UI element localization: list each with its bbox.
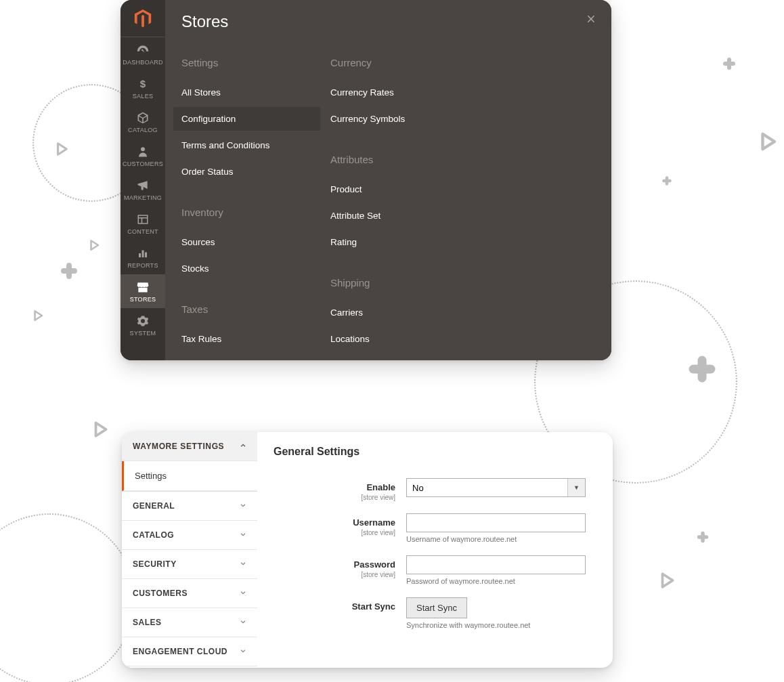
nav-item-sales[interactable]: $ SALES — [121, 71, 165, 105]
nav-item-customers[interactable]: CUSTOMERS — [121, 139, 165, 173]
svg-rect-6 — [142, 251, 144, 258]
nav-item-label: STORES — [130, 296, 156, 303]
nav-item-label: CATALOG — [128, 127, 158, 133]
flyout-title: Stores — [181, 12, 595, 31]
nav-item-label: SYSTEM — [130, 330, 156, 337]
flyout-link[interactable]: Carriers — [322, 301, 469, 324]
chevron-down-icon — [240, 647, 246, 656]
config-section[interactable]: CATALOG — [122, 521, 257, 550]
flyout-group-title: Currency — [330, 57, 466, 68]
plus-icon — [695, 530, 710, 545]
nav-item-marketing[interactable]: MARKETING — [121, 173, 165, 207]
form-row-sync: Start Sync Start Sync Synchronize with w… — [274, 597, 594, 629]
play-icon — [91, 421, 109, 441]
flyout-link[interactable]: Rating — [322, 230, 469, 254]
flyout-group-title: Shipping — [330, 277, 466, 289]
password-input[interactable] — [406, 555, 586, 574]
nav-item-reports[interactable]: REPORTS — [121, 240, 165, 274]
chevron-down-icon — [240, 531, 246, 539]
svg-text:$: $ — [140, 78, 146, 89]
config-section-label: GENERAL — [133, 501, 175, 511]
config-sidebar: WAYMORE SETTINGS Settings GENERALCATALOG… — [122, 432, 257, 668]
flyout-link[interactable]: Tax Rules — [173, 327, 320, 351]
form-helper: Synchronize with waymore.routee.net — [406, 621, 594, 629]
svg-rect-7 — [145, 253, 147, 258]
configuration-panel: WAYMORE SETTINGS Settings GENERALCATALOG… — [122, 432, 613, 668]
config-section[interactable]: ENGAGEMENT CLOUD — [122, 637, 257, 666]
play-icon — [758, 131, 778, 154]
store-icon — [135, 280, 150, 295]
flyout-link[interactable]: Stocks — [173, 257, 320, 280]
flyout-link[interactable]: All Stores — [173, 81, 320, 104]
bg-dotted-circle — [0, 513, 135, 682]
config-subitem-settings[interactable]: Settings — [122, 461, 257, 491]
nav-item-label: SALES — [133, 93, 154, 100]
form-scope: [store view] — [274, 571, 395, 578]
megaphone-icon — [135, 178, 150, 193]
close-icon[interactable] — [584, 12, 598, 26]
form-helper: Password of waymore.routee.net — [406, 577, 594, 585]
bar-chart-icon — [135, 246, 150, 261]
form-helper: Username of waymore.routee.net — [406, 535, 594, 543]
flyout-link[interactable]: Terms and Conditions — [173, 133, 320, 157]
flyout-column: SettingsAll StoresConfigurationTerms and… — [181, 57, 317, 360]
svg-rect-5 — [139, 253, 141, 257]
form-row-password: Password [store view] Password of waymor… — [274, 555, 594, 585]
flyout-column: CurrencyCurrency RatesCurrency SymbolsAt… — [330, 57, 466, 360]
plus-icon — [684, 351, 720, 387]
flyout-group: TaxesTax Rules — [181, 303, 317, 351]
enable-select[interactable]: No ▼ — [406, 478, 586, 497]
nav-item-dashboard[interactable]: DASHBOARD — [121, 37, 165, 71]
magento-logo[interactable] — [121, 0, 165, 37]
username-input[interactable] — [406, 513, 586, 532]
flyout-group: AttributesProductAttribute SetRating — [330, 154, 466, 254]
flyout-link[interactable]: Currency Rates — [322, 81, 469, 104]
plus-icon — [58, 260, 80, 282]
flyout-group-title: Inventory — [181, 207, 317, 218]
nav-item-label: CONTENT — [127, 228, 158, 235]
config-subitem-label: Settings — [135, 471, 167, 481]
flyout-group: InventorySourcesStocks — [181, 207, 317, 280]
flyout-group-title: Settings — [181, 57, 317, 68]
flyout-link[interactable]: Order Status — [173, 160, 320, 184]
chevron-down-icon — [240, 589, 246, 597]
flyout-link[interactable]: Configuration — [173, 107, 320, 131]
flyout-group: CurrencyCurrency RatesCurrency Symbols — [330, 57, 466, 131]
config-section-waymore[interactable]: WAYMORE SETTINGS — [122, 432, 257, 461]
config-section[interactable]: SALES — [122, 608, 257, 637]
select-value: No — [407, 479, 567, 496]
nav-item-system[interactable]: SYSTEM — [121, 308, 165, 342]
flyout-link[interactable]: Sources — [173, 230, 320, 254]
config-section[interactable]: GENERAL — [122, 492, 257, 521]
config-section-label: CATALOG — [133, 530, 174, 540]
form-label: Start Sync — [352, 601, 395, 612]
play-icon — [54, 142, 69, 159]
flyout-link[interactable]: Locations — [322, 327, 469, 351]
flyout-group-title: Taxes — [181, 303, 317, 315]
dashboard-icon — [135, 43, 150, 58]
nav-item-stores[interactable]: STORES — [121, 274, 165, 308]
config-section-label: WAYMORE SETTINGS — [133, 442, 224, 451]
nav-item-label: DASHBOARD — [123, 59, 163, 66]
chevron-down-icon: ▼ — [567, 479, 585, 496]
stores-flyout-panel: DASHBOARD $ SALES CATALOG CUSTOMERS — [121, 0, 611, 360]
chevron-down-icon — [240, 618, 246, 626]
form-row-enable: Enable [store view] No ▼ — [274, 478, 594, 501]
flyout-link[interactable]: Currency Symbols — [322, 107, 469, 131]
chevron-up-icon — [240, 442, 246, 450]
gear-icon — [135, 314, 150, 328]
config-section-label: SALES — [133, 618, 162, 627]
config-main-title: General Settings — [274, 446, 594, 458]
start-sync-button[interactable]: Start Sync — [406, 597, 467, 618]
config-section[interactable]: CUSTOMERS — [122, 579, 257, 608]
admin-nav-rail: DASHBOARD $ SALES CATALOG CUSTOMERS — [121, 0, 165, 360]
flyout-link[interactable]: Product — [322, 177, 469, 201]
nav-item-catalog[interactable]: CATALOG — [121, 105, 165, 139]
flyout-link[interactable]: Attribute Set — [322, 204, 469, 228]
play-icon — [658, 572, 676, 592]
config-section[interactable]: SECURITY — [122, 550, 257, 579]
flyout-group: ShippingCarriersLocations — [330, 277, 466, 351]
form-label: Enable — [366, 482, 395, 492]
form-row-username: Username [store view] Username of waymor… — [274, 513, 594, 543]
nav-item-content[interactable]: CONTENT — [121, 207, 165, 240]
